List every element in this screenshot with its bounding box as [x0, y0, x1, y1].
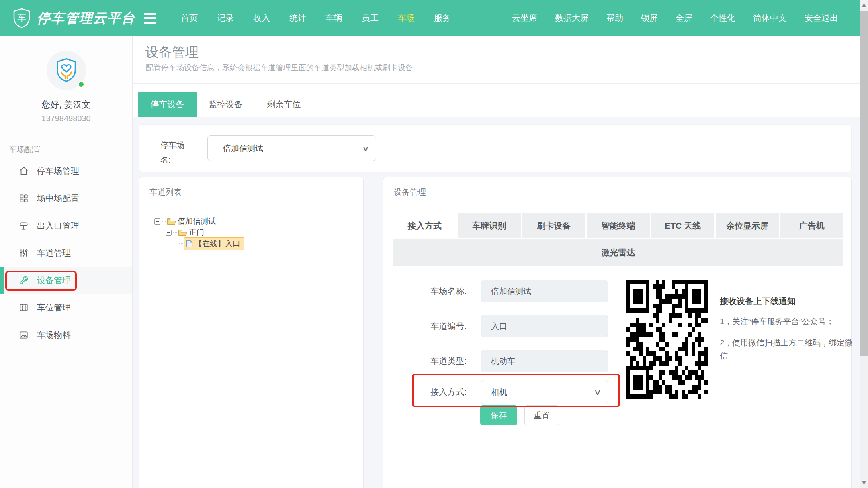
folder-icon	[167, 218, 176, 225]
tab-monitoring-equipment[interactable]: 监控设备	[197, 92, 255, 117]
qr-step-2: 2，使用微信扫描上方二维码，绑定微信	[720, 336, 856, 363]
tree-node-entrance[interactable]: 【在线】入口	[154, 238, 244, 249]
tree-node-label: 【在线】入口	[194, 239, 240, 249]
nav-item-vehicles[interactable]: 车辆	[316, 0, 352, 36]
collapse-icon[interactable]	[166, 230, 172, 236]
tree-selected-node[interactable]: 【在线】入口	[184, 237, 244, 250]
topbar: 车 停车管理云平台 首页 记录 收入 统计 车辆 员工 车场 服务 云坐席 数据…	[0, 0, 868, 36]
user-greeting: 您好, 姜汉文	[0, 99, 132, 111]
nav-item-services[interactable]: 服务	[424, 0, 461, 36]
qr-code	[626, 280, 708, 399]
sidebar-item-entrance-exit-management[interactable]: 出入口管理	[0, 212, 132, 239]
tree-node-label: 倍加信测试	[178, 216, 216, 227]
device-management-panel: 设备管理 接入方式 车牌识别 刷卡设备 智能终端 ETC 天线 余位显示屏 广告…	[383, 177, 852, 488]
sidebar-item-parking-lot-management[interactable]: 停车场管理	[0, 157, 132, 185]
lane-tree: 倍加信测试 正门 【在线】入口	[154, 216, 244, 249]
sidebar-item-label: 设备管理	[37, 275, 71, 286]
tab-smart-terminal[interactable]: 智能终端	[587, 213, 650, 238]
tree-node-root[interactable]: 倍加信测试	[154, 216, 244, 227]
parking-space-icon	[18, 302, 29, 313]
brand-logo[interactable]: 车 停车管理云平台	[0, 8, 133, 29]
reset-button[interactable]: 重置	[524, 405, 559, 425]
lane-number-field[interactable]: 入口	[481, 315, 608, 337]
sidebar-item-label: 车场物料	[37, 329, 71, 341]
avatar-shield-icon	[54, 58, 78, 83]
form-buttons: 保存 重置	[480, 405, 559, 425]
nav-item-personalize[interactable]: 个性化	[701, 0, 744, 36]
nav-item-help[interactable]: 帮助	[598, 0, 632, 36]
sidebar: 您好, 姜汉文 13798498030 车场配置 停车场管理 场中场配置	[0, 36, 133, 488]
lot-name-field[interactable]: 倍加信测试	[481, 280, 608, 302]
nav-item-staff[interactable]: 员工	[352, 0, 388, 36]
scrollbar-down-arrow[interactable]	[860, 478, 868, 488]
scrollbar-thumb[interactable]	[860, 11, 868, 356]
lot-name-label: 车场名称:	[394, 286, 467, 297]
qr-instructions: 接收设备上下线通知 1，关注“停车服务平台”公众号； 2，使用微信扫描上方二维码…	[720, 280, 856, 399]
lane-type-field[interactable]: 机动车	[481, 350, 608, 372]
nav-item-statistics[interactable]: 统计	[280, 0, 316, 36]
grid-icon	[18, 193, 29, 204]
tab-etc-antenna[interactable]: ETC 天线	[651, 213, 714, 238]
form-row-lane-type: 车道类型: 机动车	[394, 350, 608, 372]
file-icon	[186, 240, 193, 248]
tab-plate-recognition[interactable]: 车牌识别	[458, 213, 521, 238]
tree-connector	[162, 221, 166, 222]
access-mode-select[interactable]: 相机 ∨	[481, 380, 608, 404]
sidebar-section-label: 车场配置	[9, 144, 132, 155]
tree-connector	[179, 243, 183, 244]
topbar-right-nav: 云坐席 数据大屏 帮助 锁屏 全屏 个性化 简体中文 安全退出	[503, 0, 847, 36]
topbar-main-nav: 首页 记录 收入 统计 车辆 员工 车场 服务	[171, 0, 461, 36]
hamburger-menu-icon[interactable]	[144, 13, 156, 24]
sidebar-item-lane-management[interactable]: 车道管理	[0, 239, 132, 267]
sidebar-item-lot-materials[interactable]: 车场物料	[0, 321, 132, 349]
page-subtitle: 配置停车场设备信息，系统会根据车道管理里面的车道类型加载相机或刷卡设备	[146, 63, 413, 73]
tree-node-label: 正门	[189, 227, 204, 238]
page-scrollbar[interactable]	[860, 0, 868, 488]
sidebar-item-label: 车道管理	[37, 247, 71, 259]
materials-icon	[18, 330, 29, 340]
scrollbar-up-arrow[interactable]	[860, 0, 868, 10]
parking-lot-name-label: 停车场名:	[160, 138, 192, 167]
avatar	[47, 51, 86, 90]
tree-node-gate[interactable]: 正门	[154, 227, 244, 238]
nav-item-records[interactable]: 记录	[207, 0, 244, 36]
lane-type-label: 车道类型:	[394, 355, 467, 367]
subtab-laser-radar[interactable]: 激光雷达	[393, 239, 843, 266]
chevron-down-icon: ∨	[362, 144, 369, 153]
nav-item-lock-screen[interactable]: 锁屏	[632, 0, 667, 36]
nav-item-data-screen[interactable]: 数据大屏	[546, 0, 598, 36]
device-type-tabs: 接入方式 车牌识别 刷卡设备 智能终端 ETC 天线 余位显示屏 广告机	[393, 213, 843, 238]
home-icon	[18, 166, 29, 176]
nav-item-cloud-seat[interactable]: 云坐席	[503, 0, 546, 36]
sidebar-item-lot-in-lot-config[interactable]: 场中场配置	[0, 185, 132, 212]
sidebar-item-parking-space-management[interactable]: 车位管理	[0, 294, 132, 321]
nav-item-income[interactable]: 收入	[244, 0, 280, 36]
sidebar-item-label: 车位管理	[37, 302, 71, 313]
online-status-dot	[78, 81, 84, 88]
qr-step-1: 1，关注“停车服务平台”公众号；	[720, 315, 856, 328]
tab-ad-machine[interactable]: 广告机	[780, 213, 843, 238]
tab-remaining-spaces[interactable]: 剩余车位	[255, 92, 313, 117]
form-row-lane-number: 车道编号: 入口	[394, 315, 608, 337]
shield-car-logo-icon: 车	[12, 8, 31, 29]
sidebar-item-device-management[interactable]: 设备管理	[0, 267, 132, 294]
nav-item-fullscreen[interactable]: 全屏	[667, 0, 701, 36]
qr-title: 接收设备上下线通知	[720, 296, 856, 307]
parking-lot-select[interactable]: 倍加信测试 ∨	[207, 135, 376, 161]
collapse-icon[interactable]	[154, 218, 160, 225]
nav-item-home[interactable]: 首页	[171, 0, 207, 36]
tab-access-mode[interactable]: 接入方式	[393, 213, 457, 238]
nav-item-logout[interactable]: 安全退出	[796, 0, 847, 36]
tab-card-device[interactable]: 刷卡设备	[522, 213, 585, 238]
nav-item-parking-lot[interactable]: 车场	[388, 0, 424, 36]
nav-item-language[interactable]: 简体中文	[744, 0, 796, 36]
sliders-icon	[18, 248, 29, 258]
access-mode-select-value: 相机	[491, 387, 507, 398]
sidebar-item-label: 出入口管理	[37, 220, 79, 231]
tab-remaining-display[interactable]: 余位显示屏	[716, 213, 779, 238]
tab-parking-equipment[interactable]: 停车设备	[138, 92, 197, 117]
save-button[interactable]: 保存	[480, 405, 517, 425]
device-category-tabs: 停车设备 监控设备 剩余车位	[138, 92, 313, 117]
form-row-access-mode: 接入方式: 相机 ∨	[394, 380, 608, 404]
wrench-icon	[18, 275, 29, 286]
